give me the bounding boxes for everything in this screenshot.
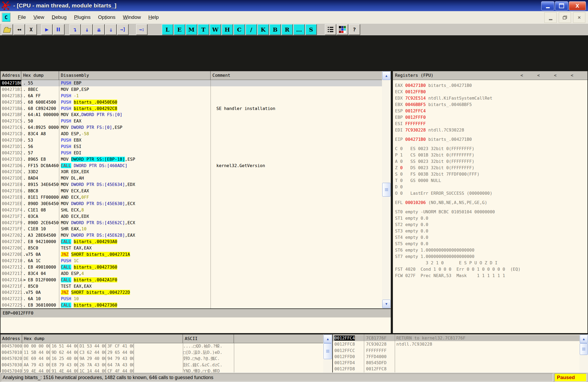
maximize-button[interactable] (555, 1, 568, 10)
menu-options[interactable]: Options (94, 13, 119, 22)
disasm-row[interactable]: 004271DC.33D2XOR EDX,EDX (1, 169, 382, 175)
register-line[interactable]: EAX 004271B0 bitarts_.004271B0 (395, 82, 587, 89)
register-line[interactable]: ST7 empty 1.0000000000000000000 (395, 253, 587, 260)
executables-window-button[interactable]: E (174, 24, 185, 35)
disasm-row[interactable]: 00427217.83C4 04ADD ESP,4 (1, 270, 382, 277)
step-into-button[interactable]: ↴ (69, 24, 81, 35)
help-button[interactable]: ? (349, 24, 360, 35)
disasm-row[interactable]: 0042721A>E8 D12F0000CALL bitarts_.0042A1… (1, 277, 382, 283)
register-line[interactable]: ST5 empty 0.0 (395, 241, 587, 247)
register-line[interactable]: EIP 004271B0 bitarts_.004271B0 (395, 136, 587, 143)
disasm-row[interactable]: 004271C5.50PUSH EAX (1, 118, 382, 124)
register-line[interactable]: FCW 027F Prec NEAR,53 Mask 1 1 1 1 1 1 (395, 273, 587, 279)
disasm-row[interactable]: 004271D2.57PUSH EDI (1, 150, 382, 156)
register-line[interactable]: EBP 0012FFF0 (395, 114, 587, 121)
register-line[interactable]: Z 0 DS 0023 32bit 0(FFFFFFFF) (395, 165, 587, 171)
open-file-button[interactable] (2, 24, 13, 35)
disasm-row[interactable]: 004271F7.03CAADD ECX,EDX (1, 213, 382, 220)
menu-file[interactable]: File (14, 13, 30, 22)
disasm-row[interactable]: 004271BA.68 C8924200PUSH bitarts_.004292… (1, 105, 382, 112)
register-line[interactable]: ST2 empty 0.0 (395, 222, 587, 228)
scroll-down-icon[interactable]: ▼ (382, 300, 390, 308)
disasm-row[interactable]: 004271F9.890D 2CE64500MOV DWORD PTR DS:[… (1, 220, 382, 226)
dump-row[interactable]: 0045700000 00 00 0016 51 44 00D1 53 44 0… (1, 343, 323, 349)
scroll-thumb[interactable] (382, 183, 390, 197)
breakpoints-window-button[interactable]: B (270, 24, 281, 35)
disasm-row[interactable]: 004271BF.64:A1 00000000MOV EAX,DWORD PTR… (1, 112, 382, 118)
register-line[interactable]: ECX 0012FFB0 (395, 89, 587, 95)
animate-into-button[interactable]: ⇊ (93, 24, 104, 35)
disasm-row[interactable]: 00427221.v75 0AJNZ SHORT bitarts_.004272… (1, 289, 382, 296)
disasm-row[interactable]: 00427210.6A 1CPUSH 1C (1, 258, 382, 264)
register-line[interactable]: O 0 LastErr ERROR_SUCCESS (00000000) (395, 190, 587, 197)
call-stack-window-button[interactable]: K (258, 24, 269, 35)
register-line[interactable]: ST4 empty 0.0 (395, 234, 587, 241)
disasm-row[interactable]: 004271E8.81E1 FF000000AND ECX,0FF (1, 194, 382, 201)
stack-row[interactable]: 0012FFC47C81776FRETURN to kernel32.7C817… (333, 335, 579, 341)
disasm-row[interactable]: 004271E0.8915 34E64500MOV DWORD PTR DS:[… (1, 181, 382, 188)
disasm-row[interactable]: 00427212.E8 49010000CALL bitarts_.004273… (1, 264, 382, 270)
disasm-row[interactable]: 004271FF.C1E8 10SHR EAX,10 (1, 226, 382, 232)
close-program-button[interactable]: X (26, 24, 37, 35)
register-line[interactable]: ST0 empty -UNORM BCBC 01050104 00000000 (395, 209, 587, 215)
run-trace-window-button[interactable]: ... (293, 24, 305, 35)
disasm-row[interactable]: 004271D0.53PUSH EBX (1, 137, 382, 143)
stack-row[interactable]: 0012FFD480545DFD (333, 360, 579, 366)
stack-row[interactable]: 0012FFD80012FFC8 (333, 366, 579, 372)
disasm-row[interactable]: 00427223.6A 10PUSH 10 (1, 296, 382, 302)
disasm-row[interactable]: 004271D3.8965 E8MOV DWORD PTR SS:[EBP-18… (1, 156, 382, 163)
close-button[interactable]: X (569, 1, 586, 10)
scroll-thumb[interactable] (580, 343, 588, 355)
disasm-row[interactable]: 0042720C.85C0TEST EAX,EAX (1, 245, 382, 251)
child-restore-button[interactable] (559, 12, 571, 23)
references-window-button[interactable]: R (282, 24, 293, 35)
scroll-up-icon[interactable]: ▲ (324, 335, 332, 343)
source-window-button[interactable]: S (305, 24, 317, 35)
disasm-row[interactable]: 004271D6.FF15 DC0A4600CALL DWORD PTR DS:… (1, 163, 382, 169)
disasm-row[interactable]: 004271B1.8BECMOV EBP,ESP (1, 86, 382, 93)
cpu-child-window-icon[interactable]: C (2, 13, 10, 22)
register-line[interactable]: EDX 7C92E514 ntdll.KiFastSystemCallRet (395, 95, 587, 101)
child-minimize-button[interactable] (544, 12, 557, 23)
threads-window-button[interactable]: T (198, 24, 209, 35)
register-line[interactable]: ESI FFFFFFFF (395, 121, 587, 127)
disasm-row[interactable]: 004271B0.55PUSH EBP (1, 80, 382, 86)
register-line[interactable]: S 0 FS 003B 32bit 7FFDF000(FFF) (395, 171, 587, 177)
register-line[interactable]: ST3 empty 0.0 (395, 228, 587, 234)
disassembly-scrollbar[interactable]: ▲ ▼ (382, 71, 391, 308)
menu-debug[interactable]: Debug (48, 13, 70, 22)
disasm-row[interactable]: 0042721F.85C0TEST EAX,EAX (1, 283, 382, 290)
disasm-row[interactable]: 00427202.A3 28E64500MOV DWORD PTR DS:[45… (1, 232, 382, 239)
minimize-button[interactable] (541, 1, 554, 10)
disasm-row[interactable]: 004271E6.8BC8MOV ECX,EAX (1, 188, 382, 194)
restart-button[interactable]: ◀◀ (14, 24, 25, 35)
register-line[interactable]: EFL 00010206 (NO,NB,NE,A,NS,PE,GE,G) (395, 200, 587, 206)
register-line[interactable]: A 0 SS 0023 32bit 0(FFFFFFFF) (395, 158, 587, 165)
scroll-thumb[interactable] (324, 343, 332, 359)
register-line[interactable]: ESP 0012FFC4 (395, 108, 587, 114)
menu-view[interactable]: View (30, 13, 48, 22)
go-to-address-button[interactable]: →: (136, 24, 147, 35)
register-line[interactable]: FST 4020 Cond 1 0 0 0 Err 0 0 1 0 0 0 0 … (395, 266, 587, 273)
disasm-row[interactable]: 004271F4.C1E1 08SHL ECX,8 (1, 207, 382, 213)
disasm-row[interactable]: 004271B3.6A FFPUSH -1 (1, 93, 382, 99)
memory-window-button[interactable]: M (186, 24, 197, 35)
scroll-up-icon[interactable]: ▲ (382, 71, 390, 80)
menu-window[interactable]: Window (119, 13, 145, 22)
scroll-up-icon[interactable]: ▲ (580, 335, 588, 343)
register-line[interactable]: D 0 (395, 184, 587, 190)
disasm-row[interactable]: 004271B5.68 600E4500PUSH bitarts_.00450E… (1, 99, 382, 105)
collapse-arrows[interactable]: <<<< (520, 71, 587, 80)
patches-window-button[interactable]: / (246, 24, 257, 35)
disasm-row[interactable]: 0042720E.v75 0AJNZ SHORT bitarts_.004272… (1, 251, 382, 258)
run-button[interactable]: ▶ (41, 24, 52, 35)
disasm-row[interactable]: 004271EE.890D 30E64500MOV DWORD PTR DS:[… (1, 201, 382, 207)
windows-window-button[interactable]: W (210, 24, 221, 35)
execute-till-return-button[interactable]: →] (117, 24, 128, 35)
appearance-button[interactable] (337, 24, 348, 35)
pause-button[interactable]: ▌▌ (53, 24, 64, 35)
stack-row[interactable]: 0012FFC87C930228ntdll.7C930228 (333, 341, 579, 347)
dump-row[interactable]: 0045701011 5B 44 009D 62 44 00C3 62 44 0… (1, 349, 323, 356)
disasm-row[interactable]: 004271CD.83C4 A8ADD ESP,-58 (1, 131, 382, 137)
menu-help[interactable]: Help (145, 13, 162, 22)
